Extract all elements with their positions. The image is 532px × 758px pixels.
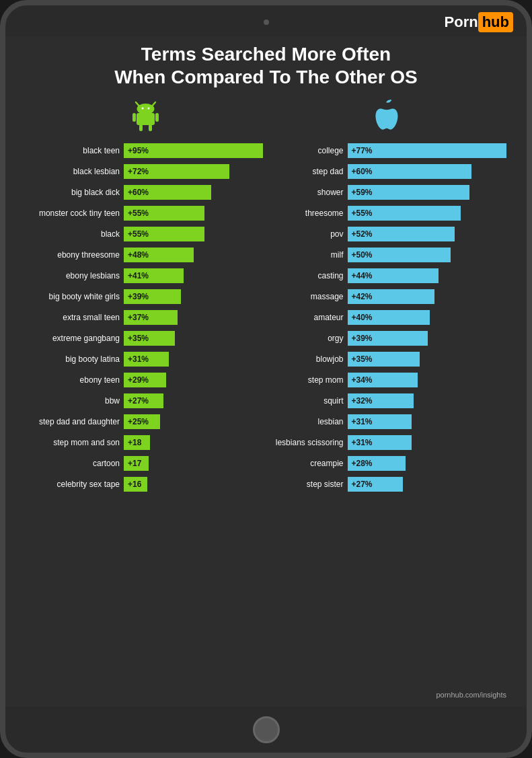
android-bar-container: +48% [124,248,263,262]
apple-icon-container [266,98,507,135]
svg-point-2 [137,104,155,114]
android-bar-container: +16 [124,477,263,492]
top-bar: Porn hub [5,5,527,36]
svg-rect-8 [139,124,143,131]
apple-bar: +31% [348,414,412,429]
apple-bar: +27% [348,477,404,492]
apple-bar: +28% [348,456,406,471]
apple-term-label: amateur [270,313,344,322]
android-icon [127,98,164,135]
android-bar-row: ebony lesbians +41% [26,266,263,285]
android-term-label: step dad and daughter [26,417,120,426]
android-bar-container: +55% [124,227,263,241]
apple-term-label: casting [270,271,344,280]
apple-bar-container: +50% [348,248,507,262]
apple-bar: +39% [348,331,428,346]
apple-bar-row: massage +42% [270,287,507,306]
android-bar-container: +41% [124,268,263,283]
android-bar: +27% [124,393,163,408]
android-bar-row: step dad and daughter +25% [26,412,263,431]
footer: pornhub.com/insights [26,688,506,700]
android-bar-container: +17 [124,456,263,471]
android-bar: +18 [124,435,150,450]
android-bar-row: extra small teen +37% [26,308,263,327]
android-column: black teen +95% black lesbian +72% big b… [26,141,263,688]
apple-term-label: milf [270,250,344,260]
android-term-label: monster cock tiny teen [26,209,120,218]
android-icon-container [26,98,266,135]
apple-bar: +44% [348,268,439,283]
device-frame: Porn hub Terms Searched More Often When … [0,0,532,758]
apple-bar: +35% [348,352,420,367]
android-term-label: big booty white girls [26,292,120,301]
apple-bar-row: step mom +34% [270,371,507,389]
android-bar-container: +25% [124,414,263,429]
android-bar-row: big black dick +60% [26,183,263,202]
android-term-label: big black dick [26,188,120,197]
apple-bar-container: +42% [348,289,507,304]
android-bar-container: +55% [124,206,263,221]
svg-rect-5 [137,113,155,125]
android-term-label: extra small teen [26,313,120,322]
apple-bar: +52% [348,227,455,241]
apple-bar-container: +35% [348,352,507,367]
android-bar: +60% [124,185,211,200]
android-term-label: black [26,229,120,239]
apple-term-label: step dad [270,167,344,176]
apple-bar-row: pov +52% [270,225,507,243]
apple-bar-container: +40% [348,310,507,325]
main-content: Terms Searched More Often When Compared … [5,36,527,707]
apple-column: college +77% step dad +60% shower +59% t… [270,141,507,688]
android-bar-container: +35% [124,331,263,346]
apple-term-label: creampie [270,459,344,468]
logo: Porn hub [445,12,513,32]
android-bar-row: black +55% [26,225,263,243]
android-bar: +31% [124,352,169,367]
apple-bar-row: step sister +27% [270,475,507,494]
android-term-label: extreme gangbang [26,334,120,343]
android-bar-row: step mom and son +18 [26,433,263,452]
apple-term-label: orgy [270,334,344,343]
android-bar: +37% [124,310,178,325]
android-bar-row: big booty white girls +39% [26,287,263,306]
apple-bar-row: casting +44% [270,266,507,285]
android-bar-row: big booty latina +31% [26,350,263,369]
os-icons [26,98,506,135]
apple-term-label: threesome [270,209,344,218]
android-bar-row: celebrity sex tape +16 [26,475,263,494]
chart-area: black teen +95% black lesbian +72% big b… [26,141,506,688]
android-bar-container: +27% [124,393,263,408]
apple-term-label: pov [270,229,344,239]
android-term-label: black teen [26,146,120,155]
apple-bar-row: squirt +32% [270,391,507,410]
logo-hub: hub [478,12,513,32]
android-term-label: celebrity sex tape [26,480,120,489]
apple-bar-row: amateur +40% [270,308,507,327]
apple-term-label: college [270,146,344,155]
home-button[interactable] [253,716,280,743]
android-term-label: big booty latina [26,354,120,364]
apple-term-label: step mom [270,375,344,385]
apple-icon [368,98,405,135]
apple-bar-container: +60% [348,164,507,179]
apple-bar-container: +39% [348,331,507,346]
apple-bar-container: +32% [348,393,507,408]
android-term-label: ebony teen [26,375,120,385]
apple-bar: +60% [348,164,471,179]
apple-bar-row: blowjob +35% [270,350,507,369]
android-term-label: step mom and son [26,438,120,447]
apple-bar-container: +44% [348,268,507,283]
apple-bar: +31% [348,435,412,450]
android-bar-container: +18 [124,435,263,450]
android-bar: +16 [124,477,147,492]
android-bar: +72% [124,164,229,179]
android-bar: +39% [124,289,181,304]
android-term-label: ebony threesome [26,250,120,260]
apple-bar-container: +28% [348,456,507,471]
apple-bar-row: lesbian +31% [270,412,507,431]
android-bar-row: ebony threesome +48% [26,245,263,264]
android-bar-row: extreme gangbang +35% [26,329,263,348]
apple-term-label: step sister [270,480,344,489]
android-bar-row: black lesbian +72% [26,162,263,181]
apple-term-label: lesbian [270,417,344,426]
